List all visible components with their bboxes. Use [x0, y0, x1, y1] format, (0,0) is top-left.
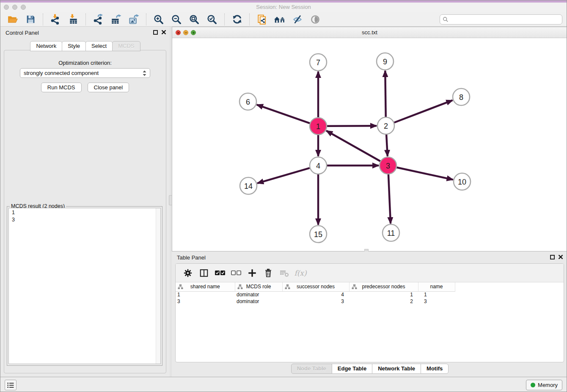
show-levels-button[interactable] — [5, 380, 17, 390]
zoom-selected-button[interactable] — [206, 13, 218, 26]
delete-table-button[interactable] — [277, 266, 292, 280]
cell[interactable]: 1 — [418, 291, 455, 298]
column-header-MCDS-role[interactable]: MCDS role — [235, 282, 282, 291]
tab-mcds[interactable]: MCDS — [112, 41, 140, 51]
zoom-in-button[interactable] — [152, 13, 165, 26]
node-2[interactable]: 2 — [377, 117, 394, 134]
show-all-button[interactable] — [309, 13, 322, 26]
column-header-name[interactable]: name — [418, 282, 455, 291]
first-neighbors-button[interactable] — [273, 13, 286, 26]
network-graph[interactable]: 7968124314101511 — [172, 38, 567, 251]
import-table-button[interactable] — [67, 13, 80, 26]
search-icon — [443, 17, 449, 22]
edge-3-1[interactable] — [326, 131, 380, 161]
memory-button[interactable]: Memory — [526, 380, 562, 390]
hierarchy-icon — [285, 284, 290, 291]
node-9[interactable]: 9 — [377, 53, 394, 70]
tab-network[interactable]: Network — [30, 41, 62, 51]
application-window: Session: New Session — [0, 0, 567, 392]
edge-1-2[interactable] — [327, 126, 377, 126]
node-7[interactable]: 7 — [310, 54, 327, 71]
node-15[interactable]: 15 — [310, 226, 327, 243]
open-file-button[interactable] — [6, 13, 19, 26]
cell[interactable]: 3 — [176, 298, 235, 305]
node-3[interactable]: 3 — [380, 157, 396, 174]
zoom-out-button[interactable] — [170, 13, 183, 26]
edge-2-8[interactable] — [394, 100, 453, 123]
result-line: 3 — [9, 216, 160, 224]
close-panel-button[interactable]: Close panel — [88, 83, 129, 92]
node-11[interactable]: 11 — [383, 224, 399, 241]
cell[interactable]: 3 — [282, 298, 349, 305]
tab-style[interactable]: Style — [62, 41, 86, 51]
export-image-icon — [128, 14, 139, 25]
cell[interactable]: 1 — [349, 291, 418, 298]
node-4[interactable]: 4 — [310, 157, 327, 174]
cell[interactable]: 2 — [349, 298, 418, 305]
hide-selected-button[interactable] — [291, 13, 304, 26]
search-input[interactable] — [450, 17, 559, 22]
table-body: 1dominator4113dominator323 — [176, 291, 455, 305]
node-8[interactable]: 8 — [453, 88, 470, 105]
float-table-panel-icon[interactable] — [550, 255, 555, 259]
main-toolbar — [0, 12, 567, 27]
cell[interactable]: dominator — [235, 298, 282, 305]
cell[interactable]: 1 — [176, 291, 235, 298]
float-panel-icon[interactable] — [153, 30, 158, 35]
tab-motifs[interactable]: Motifs — [421, 364, 449, 374]
cell[interactable]: 3 — [418, 298, 455, 305]
tab-edge-table[interactable]: Edge Table — [332, 364, 372, 374]
show-column-panel-button[interactable] — [197, 266, 211, 280]
edge-3-11[interactable] — [388, 174, 391, 224]
table-row[interactable]: 3dominator323 — [176, 298, 455, 305]
network-canvas[interactable]: 7968124314101511 — [172, 38, 567, 251]
export-network-button[interactable] — [92, 13, 105, 26]
function-builder-button[interactable]: f(x) — [293, 266, 308, 280]
table-settings-button[interactable] — [181, 266, 195, 280]
cell[interactable]: 4 — [282, 291, 349, 298]
toolbar-separator — [146, 14, 146, 25]
mcds-result-textarea[interactable]: 13 — [8, 208, 161, 364]
node-6[interactable]: 6 — [239, 93, 256, 110]
run-mcds-button[interactable]: Run MCDS — [41, 83, 82, 92]
select-all-columns-button[interactable] — [213, 266, 227, 280]
save-session-button[interactable] — [24, 13, 37, 26]
node-10[interactable]: 10 — [454, 173, 471, 190]
edge-2-3[interactable] — [386, 135, 388, 156]
node-14[interactable]: 14 — [240, 177, 257, 194]
tab-select[interactable]: Select — [85, 41, 113, 51]
node-label: 9 — [383, 58, 387, 66]
criterion-dropdown[interactable]: strongly connected component — [20, 68, 150, 78]
column-header-predecessor-nodes[interactable]: predecessor nodes — [349, 282, 418, 291]
import-network-button[interactable] — [49, 13, 62, 26]
tab-node-table[interactable]: Node Table — [291, 364, 332, 374]
close-table-panel-icon[interactable] — [558, 254, 563, 259]
edge-4-14[interactable] — [257, 168, 310, 183]
tab-network-table[interactable]: Network Table — [372, 364, 421, 374]
result-scrollbar[interactable] — [156, 208, 160, 364]
create-column-button[interactable] — [245, 266, 259, 280]
network-window-titlebar[interactable]: scc.txt — [172, 27, 567, 38]
duplicate-network-button[interactable] — [256, 13, 268, 26]
zoom-fit-button[interactable] — [188, 13, 201, 26]
hierarchy-icon — [352, 284, 357, 291]
column-header-label: predecessor nodes — [362, 284, 405, 290]
edge-1-6[interactable] — [257, 105, 310, 123]
close-panel-icon[interactable] — [161, 30, 166, 35]
edge-2-9[interactable] — [385, 71, 385, 117]
column-header-successor-nodes[interactable]: successor nodes — [282, 282, 349, 291]
unselect-all-columns-button[interactable] — [229, 266, 243, 280]
search-box[interactable] — [440, 14, 562, 25]
delete-column-button[interactable] — [261, 266, 275, 280]
export-table-button[interactable] — [110, 13, 122, 26]
edge-3-10[interactable] — [397, 167, 453, 179]
cell[interactable]: dominator — [235, 291, 282, 298]
node-1[interactable]: 1 — [310, 118, 327, 135]
apply-layout-button[interactable] — [231, 13, 243, 26]
table-row[interactable]: 1dominator411 — [176, 291, 455, 298]
status-bar: Memory — [0, 377, 567, 392]
column-header-shared-name[interactable]: shared name — [176, 282, 235, 291]
unselect-all-columns-icon — [231, 269, 242, 277]
node-label: 1 — [316, 122, 320, 131]
export-image-button[interactable] — [127, 13, 140, 26]
